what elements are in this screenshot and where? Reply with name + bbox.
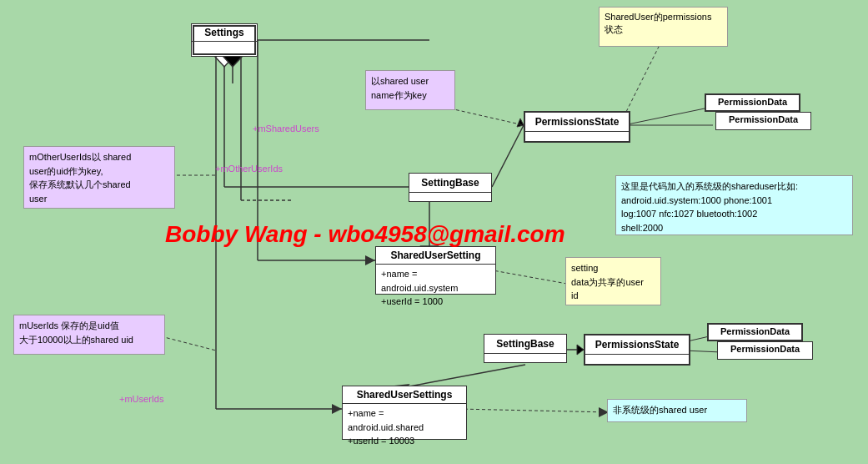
note-shareduser-permissions-text: SharedUser的permissions 状态 [605, 12, 711, 34]
note-system-shareduser-text: 这里是代码加入的系统级的shareduser比如:android.uid.sys… [621, 181, 798, 233]
sharedusersetting-box: SharedUserSetting +name = android.uid.sy… [375, 246, 496, 295]
svg-line-29 [450, 108, 524, 125]
note-nonsystem-shareduser: 非系统级的shared user [607, 399, 747, 422]
watermark: Bobby Wang - wbo4958@gmail.com [165, 221, 565, 248]
note-motheruserids: mOtherUserIds以 shareduser的uid作为key,保存系统默… [23, 146, 175, 209]
settings-title: Settings [192, 24, 257, 42]
svg-line-32 [161, 336, 216, 351]
shareduserssettings-userid: +userId = 10003 [348, 436, 414, 446]
permissiondata1b-box: PermissionData [715, 112, 811, 130]
svg-marker-13 [332, 404, 342, 414]
shareduserssettings-box: SharedUserSettings +name = android.uid.s… [342, 386, 467, 440]
settings-box: Settings [191, 23, 258, 57]
permissiondata1a-title: PermissionData [706, 95, 799, 108]
note-muserids: mUserIds 保存的是uid值大于10000以上的shared uid [13, 315, 165, 355]
permissiondata2b-title: PermissionData [718, 342, 812, 356]
svg-line-18 [624, 108, 705, 125]
label-msharedusers: +mSharedUsers [253, 124, 319, 134]
note-shareduser-permissions: SharedUser的permissions 状态 [599, 7, 728, 47]
permissiondata2a-box: PermissionData [707, 323, 803, 341]
sharedusersetting-userid: +userId = 1000 [381, 296, 443, 306]
svg-line-20 [484, 269, 567, 284]
permissiondata1a-box: PermissionData [705, 93, 800, 112]
permissiondata2b-box: PermissionData [717, 341, 813, 360]
sharedusersetting-name: +name = android.uid.system [381, 269, 458, 293]
svg-line-16 [492, 125, 524, 187]
permissionsstate2-box: PermissionsState [584, 334, 690, 366]
svg-line-25 [400, 365, 525, 388]
note-setting-data-text: settingdata为共享的userid [571, 263, 644, 300]
permissiondata2a-title: PermissionData [709, 325, 801, 338]
note-shareduser-key-text: 以shared username作为key [371, 76, 429, 100]
svg-marker-8 [365, 255, 375, 265]
svg-line-27 [459, 409, 609, 412]
settingbase2-box: SettingBase [484, 334, 567, 363]
note-muserids-text: mUserIds 保存的是uid值大于10000以上的shared uid [19, 320, 133, 345]
permissionsstate1-box: PermissionsState [524, 111, 630, 143]
permissionsstate2-title: PermissionsState [585, 335, 689, 355]
settingbase1-title: SettingBase [409, 174, 491, 193]
note-shareduser-key: 以shared username作为key [365, 70, 455, 110]
diagram-container: Settings SettingBase SharedUserSetting +… [0, 0, 868, 464]
note-setting-data: settingdata为共享的userid [565, 257, 661, 305]
svg-marker-17 [517, 119, 524, 127]
note-motheruserids-text: mOtherUserIds以 shareduser的uid作为key,保存系统默… [29, 152, 131, 204]
shareduserssettings-title: SharedUserSettings [343, 386, 466, 404]
sharedusersetting-title: SharedUserSetting [376, 247, 495, 265]
permissiondata1b-title: PermissionData [716, 113, 810, 126]
svg-marker-22 [577, 345, 584, 355]
note-nonsystem-shareduser-text: 非系统级的shared user [613, 405, 707, 415]
label-muserids: +mUserIds [119, 394, 164, 404]
permissionsstate1-title: PermissionsState [525, 113, 629, 132]
settingbase2-title: SettingBase [484, 335, 566, 354]
shareduserssettings-name: +name = android.uid.shared [348, 408, 424, 432]
svg-line-30 [624, 42, 661, 117]
shareduserssettings-body: +name = android.uid.shared +userId = 100… [343, 404, 466, 451]
note-system-shareduser: 这里是代码加入的系统级的shareduser比如:android.uid.sys… [615, 175, 853, 235]
settingbase1-box: SettingBase [409, 173, 492, 202]
label-motheruserids: +mOtherUserIds [215, 164, 283, 174]
sharedusersetting-body: +name = android.uid.system +userId = 100… [376, 265, 495, 311]
